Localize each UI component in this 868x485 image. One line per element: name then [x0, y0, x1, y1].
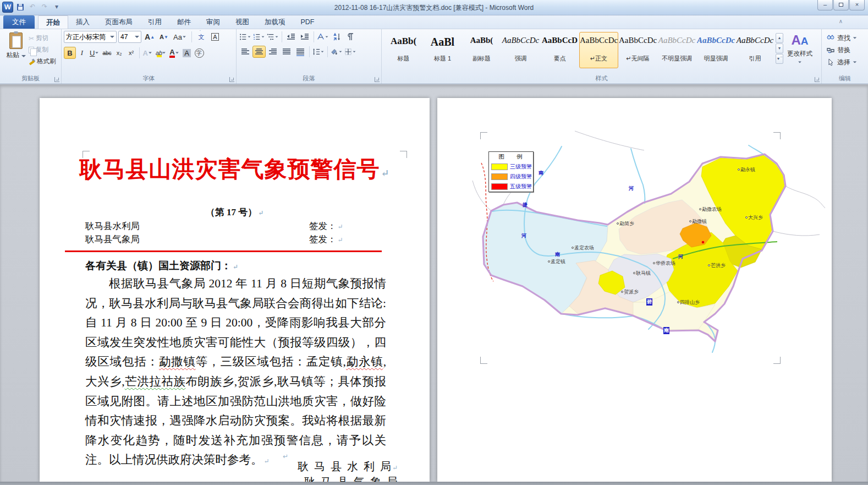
copy-button[interactable]: 复制 [29, 44, 61, 56]
format-painter-button[interactable]: 格式刷 [29, 56, 61, 67]
document-area: 耿马县山洪灾害气象预警信号↵ （第 17 号）↵ 耿马县水利局 签发：↵ 耿马县… [0, 85, 868, 482]
style-preview: AaBbCcDc [658, 36, 696, 52]
document-subtitle: （第 17 号）↵ [40, 206, 430, 219]
minimize-button[interactable]: – [817, 0, 833, 10]
phonetic-guide-button[interactable]: 文 [195, 31, 207, 43]
subscript-button[interactable]: x₂ [113, 47, 125, 59]
character-shading-button[interactable]: A [181, 47, 193, 59]
gallery-scroll-down-button[interactable]: ▼ [776, 43, 783, 53]
justify-button[interactable] [280, 46, 293, 58]
shading-button[interactable] [330, 46, 343, 58]
tab-page-layout[interactable]: 页面布局 [97, 15, 140, 29]
cut-button[interactable]: ✂剪切 [29, 32, 61, 44]
style-subtitle[interactable]: AaBb(副标题 [462, 32, 501, 68]
asian-layout-button[interactable] [316, 31, 329, 43]
tab-review[interactable]: 审阅 [199, 15, 228, 29]
paragraph-group-label: 段落 [237, 74, 381, 84]
increase-indent-button[interactable] [298, 31, 311, 43]
map-place-label: 华侨农场 [653, 260, 675, 267]
multilevel-list-button[interactable] [266, 31, 279, 43]
borders-button[interactable] [344, 46, 357, 58]
legend-label: 五级预警 [510, 183, 532, 190]
tab-view[interactable]: 视图 [228, 15, 257, 29]
style-quote[interactable]: AaBbCcDc引用 [735, 32, 774, 68]
gallery-scroll-up-button[interactable]: ▲ [776, 33, 783, 43]
sort-button[interactable] [330, 31, 343, 43]
tab-insert[interactable]: 插入 [68, 15, 97, 29]
style-name: 不明显强调 [658, 55, 696, 63]
style-intense-emphasis[interactable]: AaBbCcDc明显强调 [696, 32, 735, 68]
legend-item: 三级预警 [491, 162, 533, 172]
tab-references[interactable]: 引用 [140, 15, 169, 29]
italic-button[interactable]: I [76, 47, 88, 59]
shrink-font-button[interactable]: A▼ [158, 31, 170, 43]
decrease-indent-button[interactable] [284, 31, 298, 43]
bold-button[interactable]: B [64, 47, 76, 59]
strikethrough-button[interactable]: abc [101, 47, 113, 59]
select-button[interactable]: 选择 [824, 56, 866, 68]
body-text-segment: 等，三级区域包括：孟定镇, [196, 355, 346, 368]
styles-group: AaBb(标题AaBl标题 1AaBb(副标题AaBbCcDc强调AaBbCcD… [382, 29, 822, 84]
tab-mailings[interactable]: 邮件 [169, 15, 199, 29]
tab-add-ins[interactable]: 加载项 [257, 15, 293, 29]
character-border-button[interactable]: A [209, 31, 221, 43]
enclose-characters-button[interactable]: 字 [193, 47, 206, 59]
font-name-combo[interactable]: 方正小标宋简 [64, 31, 117, 43]
style-preview: AaBbCcDc [580, 36, 618, 52]
align-right-button[interactable] [266, 46, 279, 58]
style-normal[interactable]: AaBbCcDc↵正文 [579, 32, 618, 68]
style-preview: AaBbCcDc [736, 36, 774, 52]
collapse-ribbon-button[interactable]: ∧ [839, 18, 843, 24]
style-no-spacing[interactable]: AaBbCcDc↵无间隔 [618, 32, 657, 68]
font-color-button[interactable]: A [168, 47, 180, 59]
paste-dropdown[interactable] [21, 55, 26, 57]
restore-button[interactable] [833, 0, 849, 10]
align-center-button[interactable] [252, 46, 266, 58]
bullets-button[interactable] [239, 31, 252, 43]
legend-label: 四级预警 [510, 173, 532, 181]
tab-home[interactable]: 开始 [38, 15, 68, 29]
styles-dialog-launcher[interactable] [815, 77, 820, 82]
line-spacing-button[interactable] [312, 46, 325, 58]
style-subtle-emphasis[interactable]: AaBbCcDc不明显强调 [657, 32, 696, 68]
font-size-combo[interactable]: 47 [118, 31, 141, 43]
style-emphasis[interactable]: AaBbCcDc强调 [501, 32, 540, 68]
change-styles-button[interactable]: AA 更改样式 [784, 31, 816, 64]
superscript-button[interactable]: x² [125, 47, 138, 59]
align-left-button[interactable] [239, 46, 252, 58]
legend-swatch [491, 173, 508, 180]
numbering-button[interactable] [252, 31, 266, 43]
legend-swatch [491, 164, 508, 170]
style-preview: AaBbCcDc [502, 36, 540, 52]
style-strong[interactable]: AaBbCcD要点 [540, 32, 579, 68]
map-legend: 图 例 三级预警四级预警五级预警 [488, 151, 534, 192]
clipboard-group: 粘贴 ✂剪切 复制 格式刷 剪贴板 [0, 29, 62, 84]
gallery-expand-button[interactable]: ▼¯ [776, 54, 783, 64]
body-paragraph[interactable]: 根据耿马县气象局 2012 年 11 月 8 日短期气象预报情况，耿马县水利局与… [85, 274, 386, 472]
tab-file[interactable]: 文件 [3, 15, 35, 29]
show-hide-marks-button[interactable] [344, 31, 357, 43]
paragraph-dialog-launcher[interactable] [375, 77, 380, 82]
text-effects-button[interactable]: A [141, 47, 154, 59]
close-button[interactable]: × [849, 0, 865, 10]
underline-button[interactable]: U [88, 47, 101, 59]
document-page-2[interactable]: 图 例 三级预警四级预警五级预警 勐永镇勐撒农场勐撒镇大兴乡勐简乡孟定农场孟定镇… [437, 98, 832, 482]
distribute-button[interactable] [294, 46, 307, 58]
legend-swatch [491, 183, 508, 190]
highlight-button[interactable]: ab [154, 47, 168, 59]
grow-font-button[interactable]: A▲ [143, 31, 156, 43]
style-heading1[interactable]: AaBl标题 1 [423, 32, 462, 68]
replace-button[interactable]: 替换 [824, 44, 866, 56]
change-case-button[interactable]: Aa [172, 31, 188, 43]
style-name: 副标题 [463, 55, 501, 63]
tab-pdf[interactable]: PDF [293, 15, 322, 29]
font-dialog-launcher[interactable] [229, 77, 234, 82]
paste-button[interactable]: 粘贴 [4, 31, 28, 71]
style-title[interactable]: AaBb(标题 [384, 32, 423, 68]
style-name: 强调 [502, 55, 540, 63]
document-page-1[interactable]: 耿马县山洪灾害气象预警信号↵ （第 17 号）↵ 耿马县水利局 签发：↵ 耿马县… [40, 98, 430, 482]
place-dot-icon [677, 301, 679, 303]
find-button[interactable]: 查找 [824, 32, 866, 44]
clipboard-dialog-launcher[interactable] [54, 77, 59, 82]
signature-line: 耿 马 县 水 利 局↵ [40, 459, 398, 474]
